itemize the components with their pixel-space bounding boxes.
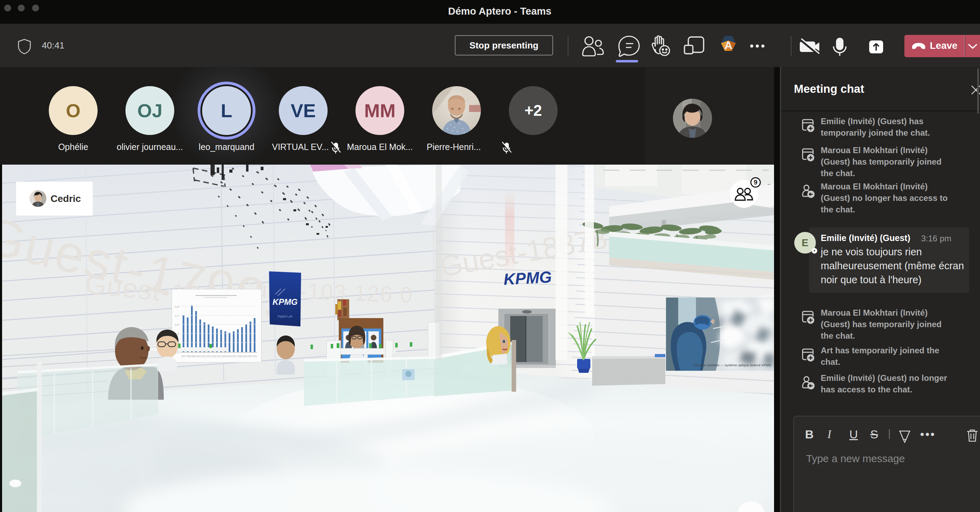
- svg-text:A: A: [724, 39, 732, 52]
